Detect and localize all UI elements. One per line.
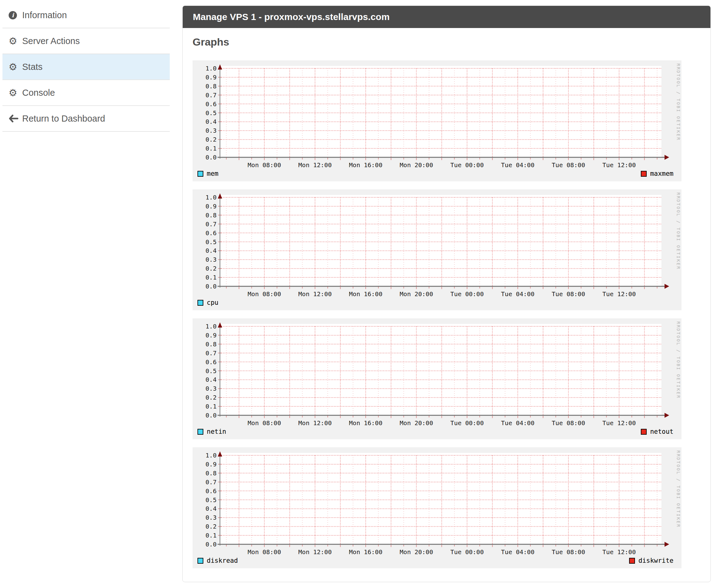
graphs-section: 0.00.10.20.30.40.50.60.70.80.91.0Mon 08:… [193,60,700,568]
legend-swatch [198,300,203,306]
y-tick-label: 1.0 [205,65,217,72]
sidebar-item-server-actions[interactable]: ⚙Server Actions [2,28,170,54]
graph-legend-diskwrite: diskwrite [629,557,673,564]
x-tick-label: Tue 00:00 [450,419,484,427]
y-tick-label: 0.4 [205,118,217,125]
y-tick-label: 0.4 [205,505,217,512]
x-tick-label: Tue 04:00 [501,548,534,556]
y-tick-label: 0.3 [205,514,217,521]
y-tick-label: 0.1 [205,532,217,539]
y-tick-label: 0.7 [205,350,217,357]
rrd-chart-svg: 0.00.10.20.30.40.50.60.70.80.91.0Mon 08:… [193,318,682,439]
arrow-left-icon [8,114,22,123]
x-tick-label: Mon 12:00 [298,290,331,298]
y-tick-label: 0.2 [205,394,217,401]
gear-icon: ⚙ [8,88,22,98]
x-tick-label: Mon 16:00 [349,290,382,298]
y-tick-label: 0.2 [205,265,217,272]
x-tick-label: Tue 12:00 [602,290,636,298]
main-panel: Manage VPS 1 - proxmox-vps.stellarvps.co… [182,5,711,582]
y-tick-label: 0.0 [205,412,217,419]
y-tick-label: 0.0 [205,282,217,290]
sidebar-item-label: Stats [22,62,42,72]
sidebar-item-return-to-dashboard[interactable]: Return to Dashboard [2,106,170,132]
x-tick-label: Mon 20:00 [400,419,433,427]
x-tick-label: Mon 08:00 [248,419,281,427]
x-tick-label: Mon 20:00 [400,290,433,298]
sidebar-item-stats[interactable]: ⚙Stats [2,54,170,80]
y-tick-label: 0.0 [205,541,217,548]
graph-legend-netout: netout [641,428,673,435]
arrow-left-glyph [8,114,19,123]
graph-legend-mem: mem [198,170,218,177]
y-tick-label: 0.1 [205,274,217,281]
y-tick-label: 0.2 [205,523,217,530]
gear-glyph: ⚙ [8,36,17,46]
sidebar-item-label: Information [22,10,67,20]
y-tick-label: 0.5 [205,496,217,504]
graph-mem: 0.00.10.20.30.40.50.60.70.80.91.0Mon 08:… [193,60,682,181]
y-tick-label: 0.7 [205,91,217,99]
x-tick-label: Mon 08:00 [248,161,281,169]
panel-title: Manage VPS 1 - proxmox-vps.stellarvps.co… [193,12,390,22]
y-tick-label: 0.8 [205,469,217,477]
y-tick-label: 0.6 [205,229,217,237]
y-tick-label: 1.0 [205,194,217,201]
graphs-heading: Graphs [193,36,700,48]
graph-disk: 0.00.10.20.30.40.50.60.70.80.91.0Mon 08:… [193,447,682,568]
legend-label: netout [650,428,673,435]
graph-legend-netin: netin [198,428,226,435]
y-tick-label: 0.8 [205,83,217,90]
y-tick-label: 0.9 [205,332,217,339]
x-tick-label: Tue 00:00 [450,161,484,169]
sidebar-item-information[interactable]: iInformation [2,2,170,28]
x-tick-label: Mon 16:00 [349,419,382,427]
gear-glyph: ⚙ [8,62,17,72]
x-tick-label: Tue 00:00 [450,290,484,298]
y-tick-label: 0.5 [205,367,217,375]
rrdtool-watermark: RRDTOOL / TOBI OETIKER [676,321,681,399]
legend-swatch [198,171,203,177]
y-tick-label: 0.1 [205,145,217,152]
legend-swatch [198,558,203,564]
legend-label: mem [207,170,218,177]
x-tick-label: Tue 04:00 [501,419,534,427]
y-tick-label: 0.9 [205,203,217,210]
graph-net: 0.00.10.20.30.40.50.60.70.80.91.0Mon 08:… [193,318,682,439]
rrd-chart-svg: 0.00.10.20.30.40.50.60.70.80.91.0Mon 08:… [193,189,682,310]
x-tick-label: Mon 12:00 [298,548,331,556]
legend-swatch [641,429,647,435]
info-circle-icon: i [8,11,22,19]
graph-legend-diskread: diskread [198,557,238,564]
y-tick-label: 0.9 [205,74,217,81]
x-tick-label: Tue 12:00 [602,161,636,169]
x-tick-label: Tue 12:00 [602,548,636,556]
legend-label: netin [207,428,226,435]
y-tick-label: 0.6 [205,487,217,495]
x-tick-label: Tue 04:00 [501,161,534,169]
legend-label: diskread [207,557,238,564]
rrd-chart-svg: 0.00.10.20.30.40.50.60.70.80.91.0Mon 08:… [193,447,682,568]
legend-label: maxmem [650,170,673,177]
graph-cpu: 0.00.10.20.30.40.50.60.70.80.91.0Mon 08:… [193,189,682,310]
panel-header: Manage VPS 1 - proxmox-vps.stellarvps.co… [183,6,710,28]
legend-swatch [198,429,203,435]
sidebar: iInformation⚙Server Actions⚙Stats⚙Consol… [2,2,170,132]
sidebar-item-label: Server Actions [22,36,80,46]
y-tick-label: 0.7 [205,220,217,228]
y-tick-label: 0.9 [205,461,217,468]
legend-label: cpu [207,299,218,306]
y-tick-label: 0.5 [205,109,217,117]
rrdtool-watermark: RRDTOOL / TOBI OETIKER [676,192,681,270]
y-tick-label: 1.0 [205,323,217,330]
x-tick-label: Mon 08:00 [248,548,281,556]
sidebar-item-label: Console [22,88,55,98]
y-tick-label: 0.1 [205,403,217,410]
x-tick-label: Mon 12:00 [298,419,331,427]
sidebar-item-console[interactable]: ⚙Console [2,80,170,106]
y-tick-label: 0.3 [205,127,217,134]
y-tick-label: 0.5 [205,238,217,246]
x-tick-label: Tue 12:00 [602,419,636,427]
x-tick-label: Mon 08:00 [248,290,281,298]
info-circle-glyph: i [8,11,17,19]
